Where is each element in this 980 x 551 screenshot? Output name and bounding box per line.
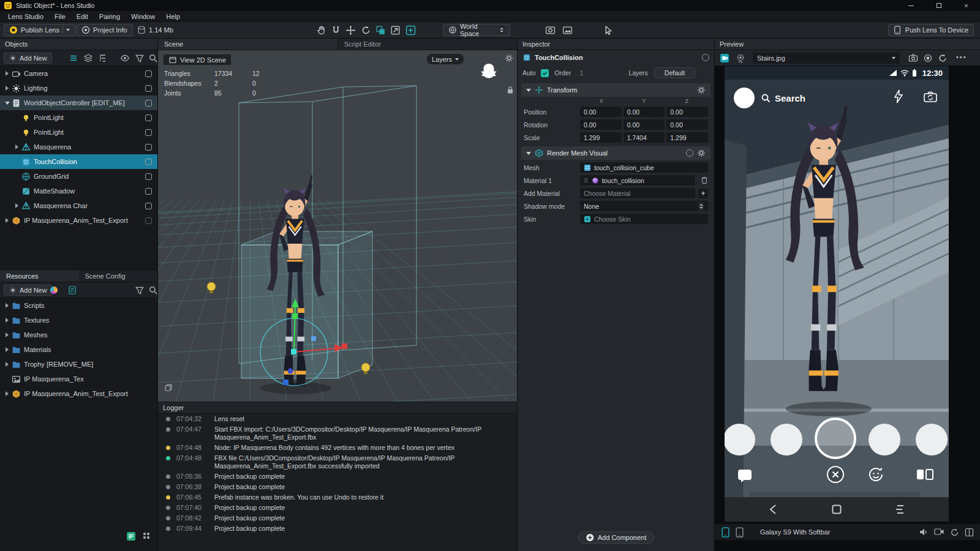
add-component-button[interactable]: Add Component bbox=[578, 531, 655, 544]
capture-button[interactable] bbox=[815, 418, 856, 459]
object-item-lighting[interactable]: Lighting bbox=[0, 81, 157, 96]
resource-item-scripts[interactable]: Scripts bbox=[0, 298, 157, 313]
auto-checkbox[interactable] bbox=[541, 69, 549, 77]
video-icon[interactable] bbox=[934, 528, 944, 536]
object-item-touchcollision[interactable]: TouchCollision bbox=[0, 154, 157, 169]
object-item-masquerena[interactable]: Masquerena bbox=[0, 140, 157, 154]
expander-icon[interactable] bbox=[2, 71, 12, 76]
render-mesh-section-header[interactable]: Render Mesh Visual bbox=[521, 146, 710, 160]
publish-lens-button[interactable]: Publish Lens bbox=[4, 24, 75, 36]
visibility-toggle[interactable] bbox=[145, 85, 152, 92]
menu-pairing[interactable]: Pairing bbox=[94, 12, 126, 21]
object-item-ip-masquerena-anim-test-export[interactable]: IP Masquerena_Anim_Test_Export bbox=[0, 213, 157, 228]
menu-window[interactable]: Window bbox=[126, 12, 160, 21]
close-lens-icon[interactable] bbox=[826, 465, 845, 484]
expander-icon[interactable] bbox=[2, 318, 12, 323]
material-field[interactable]: ⠿ touch_collision bbox=[580, 175, 695, 186]
device-active-icon[interactable] bbox=[721, 527, 730, 538]
list-view-icon[interactable] bbox=[69, 53, 78, 63]
cursor-interact-icon[interactable] bbox=[603, 25, 614, 36]
visibility-toggle[interactable] bbox=[145, 188, 152, 195]
transform-settings-gear-icon[interactable] bbox=[697, 86, 706, 94]
resources-add-new-button[interactable]: Add New bbox=[4, 285, 52, 296]
frame-object-icon[interactable] bbox=[390, 25, 401, 36]
volume-icon[interactable] bbox=[919, 528, 929, 536]
visibility-toggle[interactable] bbox=[145, 70, 152, 77]
object-item-matteshadow[interactable]: MatteShadow bbox=[0, 184, 157, 198]
space-mode-select[interactable]: World Space bbox=[443, 24, 510, 36]
search-bar[interactable]: Search bbox=[761, 93, 805, 103]
record-icon[interactable] bbox=[923, 53, 933, 63]
visibility-toggle[interactable] bbox=[145, 144, 152, 151]
lock-icon[interactable] bbox=[507, 86, 514, 94]
menu-file[interactable]: File bbox=[49, 12, 71, 21]
collapse-arrow-icon[interactable] bbox=[526, 89, 531, 92]
filter-icon[interactable] bbox=[135, 53, 145, 63]
rotate-device-icon[interactable] bbox=[950, 528, 959, 537]
expander-icon[interactable] bbox=[2, 347, 12, 352]
visibility-toggle[interactable] bbox=[145, 129, 152, 136]
resource-item-meshes[interactable]: Meshes bbox=[0, 328, 157, 342]
layers-value-button[interactable]: Default bbox=[654, 67, 695, 78]
snapshot-camera-icon[interactable] bbox=[908, 53, 918, 63]
rotate-tool-icon[interactable] bbox=[361, 25, 371, 36]
menu-edit[interactable]: Edit bbox=[71, 12, 94, 21]
rotation-x-input[interactable]: 0.00 bbox=[580, 119, 622, 130]
layers-view-icon[interactable] bbox=[83, 53, 93, 63]
reset-preview-icon[interactable] bbox=[938, 53, 948, 63]
resource-item-materials[interactable]: Materials bbox=[0, 342, 157, 357]
expander-icon[interactable] bbox=[2, 332, 12, 337]
resource-item-ip-masquerena-anim-test-export[interactable]: IP Masquerena_Anim_Test_Export bbox=[0, 386, 157, 401]
snapshot-icon[interactable] bbox=[545, 25, 556, 36]
choose-material-field[interactable]: Choose Material bbox=[580, 188, 695, 198]
flip-camera-icon[interactable] bbox=[923, 91, 938, 103]
add-material-plus-button[interactable]: + bbox=[698, 189, 708, 198]
choose-skin-field[interactable]: Choose Skin bbox=[580, 214, 708, 224]
expander-icon[interactable] bbox=[2, 362, 12, 367]
visibility-toggle[interactable] bbox=[145, 159, 152, 165]
minimize-button[interactable] bbox=[897, 0, 925, 11]
rotation-z-input[interactable]: 0.00 bbox=[666, 119, 708, 130]
expander-icon[interactable] bbox=[12, 144, 21, 149]
maximize-button[interactable] bbox=[925, 0, 952, 11]
device-name[interactable]: Galaxy S9 With Softbar bbox=[760, 528, 830, 536]
position-z-input[interactable]: 0.00 bbox=[666, 107, 708, 117]
rotation-y-input[interactable]: 0.00 bbox=[624, 119, 665, 130]
objects-add-new-button[interactable]: Add New bbox=[4, 53, 52, 64]
layout-icon[interactable] bbox=[965, 528, 974, 537]
publish-dropdown-caret[interactable] bbox=[66, 29, 70, 31]
component-settings-gear-icon[interactable] bbox=[697, 149, 706, 157]
nav-back-icon[interactable] bbox=[767, 503, 780, 515]
chat-icon[interactable] bbox=[737, 468, 753, 484]
visibility-toggle[interactable] bbox=[145, 100, 152, 107]
search-icon[interactable] bbox=[148, 53, 158, 63]
nav-recents-icon[interactable] bbox=[894, 503, 906, 515]
reset-face-icon[interactable] bbox=[867, 465, 885, 484]
object-item-masquerena-char[interactable]: Masquerena Char bbox=[0, 198, 157, 213]
scene-viewport[interactable]: View 2D Scene Triangles1733412Blendshape… bbox=[158, 50, 517, 402]
object-item-pointlight[interactable]: PointLight bbox=[0, 110, 157, 125]
lens-carousel[interactable] bbox=[725, 416, 949, 459]
scale-y-input[interactable]: 1.7404 bbox=[624, 132, 665, 143]
preview-source-select[interactable]: Stairs.jpg bbox=[753, 53, 900, 64]
shadow-mode-select[interactable]: None bbox=[580, 201, 708, 211]
nav-home-icon[interactable] bbox=[831, 503, 843, 515]
logger-toggle-icon[interactable] bbox=[126, 531, 136, 541]
resource-item-trophy-remove-me[interactable]: Trophy [REMOVE_ME] bbox=[0, 357, 157, 372]
tab-resources[interactable]: Resources bbox=[0, 270, 79, 282]
resource-item-ip-masquerena-tex[interactable]: IP Masquerena_Tex bbox=[0, 372, 157, 386]
lens-slot[interactable] bbox=[771, 424, 802, 455]
tab-scene[interactable]: Scene bbox=[158, 39, 338, 50]
trash-icon[interactable] bbox=[701, 176, 708, 184]
hierarchy-view-icon[interactable] bbox=[98, 53, 108, 63]
object-item-worldobjectcontroller-edit-me[interactable]: WorldObjectController [EDIT_ME] bbox=[0, 96, 157, 110]
duplicate-view-icon[interactable] bbox=[375, 25, 386, 36]
mesh-field[interactable]: touch_collision_cube bbox=[580, 162, 708, 173]
expander-icon[interactable] bbox=[12, 203, 21, 208]
menu-lens-studio[interactable]: Lens Studio bbox=[2, 12, 49, 21]
camera-preview-mode-icon[interactable] bbox=[720, 53, 729, 63]
close-button[interactable]: × bbox=[952, 0, 980, 11]
snap-magnet-tool-icon[interactable] bbox=[331, 25, 341, 36]
tab-script-editor[interactable]: Script Editor bbox=[338, 39, 517, 50]
profile-avatar[interactable] bbox=[734, 88, 755, 108]
